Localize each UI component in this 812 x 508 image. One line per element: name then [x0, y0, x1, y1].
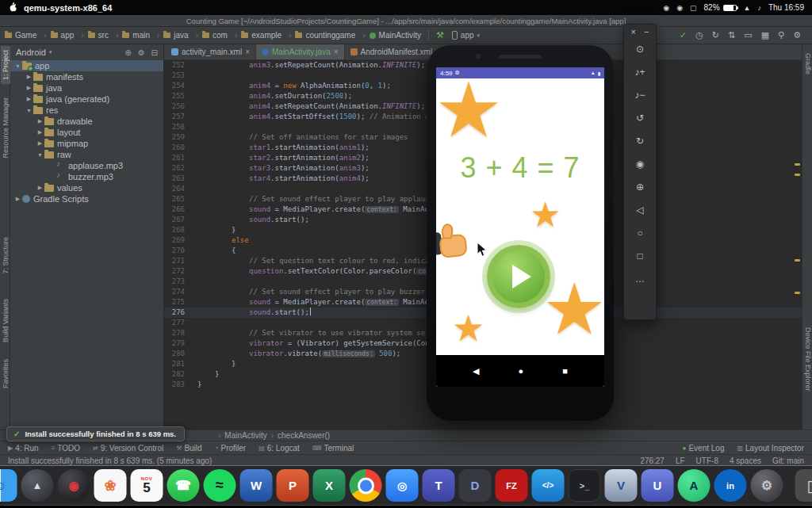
sync-icon[interactable]: ↻	[712, 30, 719, 40]
dock-icon[interactable]: D	[459, 469, 492, 502]
volume-down-button[interactable]: ♪−	[624, 84, 656, 107]
status-item[interactable]: 4 spaces	[730, 456, 761, 465]
dock-icon[interactable]: X	[313, 469, 346, 502]
tree-item[interactable]: ▶ layout	[10, 127, 163, 138]
tool-event-log[interactable]: ● Event Log	[683, 444, 725, 453]
status-item[interactable]: Git: main	[772, 456, 804, 465]
volume-icon[interactable]: ♪	[757, 4, 761, 12]
status-item[interactable]: LF	[676, 456, 685, 465]
breadcrumb-item[interactable]: com	[202, 31, 241, 40]
expand-arrow-icon[interactable]: ▶	[25, 96, 33, 102]
breadcrumb-item[interactable]: Game	[5, 31, 51, 40]
error-stripe-mark[interactable]	[795, 259, 800, 262]
expand-arrow-icon[interactable]: ▶	[25, 74, 33, 80]
back-button[interactable]: ◁	[624, 199, 656, 222]
dock-icon[interactable]: in	[714, 469, 747, 502]
avd-manager-icon[interactable]: ▦	[761, 30, 769, 40]
dock-icon[interactable]: V	[605, 469, 638, 502]
notification-toast[interactable]: ✓ Install successfully finished in 8 s 6…	[6, 426, 185, 441]
expand-arrow-icon[interactable]: ▶	[36, 140, 44, 147]
editor-tab[interactable]: activity_main.xml	[166, 44, 256, 59]
minimize-icon[interactable]: −	[644, 27, 649, 36]
close-icon[interactable]	[245, 48, 250, 56]
breadcrumb-item[interactable]: countinggame	[295, 31, 369, 40]
device-manager-icon[interactable]: ▭	[744, 30, 752, 40]
dock-icon[interactable]: ❀	[94, 469, 127, 502]
dock-icon[interactable]: >_	[569, 469, 601, 502]
build-hammer-icon[interactable]: ⚒	[436, 30, 444, 40]
close-icon[interactable]: ×	[631, 27, 636, 36]
expand-arrow-icon[interactable]: ▶	[36, 185, 44, 191]
dock-icon[interactable]: ⚙	[751, 469, 783, 502]
volume-up-button[interactable]: ♪+	[624, 61, 656, 84]
tool-profiler[interactable]: ◔ Profiler	[215, 444, 247, 453]
overview-button[interactable]: □	[624, 245, 656, 268]
dock-icon[interactable]	[350, 469, 382, 502]
tool-logcat[interactable]: ▤ 6: Logcat	[259, 444, 300, 453]
search-icon[interactable]: ⚲	[778, 30, 784, 40]
dock-icon[interactable]: ◎	[386, 469, 419, 502]
settings-icon[interactable]: ⚙	[138, 48, 145, 57]
error-stripe-mark[interactable]	[795, 292, 800, 294]
tool-todo[interactable]: ≡ TODO	[52, 444, 80, 453]
tree-item[interactable]: ▶ values	[10, 182, 163, 193]
dock-icon[interactable]: ◉	[58, 469, 90, 502]
locate-file-icon[interactable]: ⊕	[124, 48, 131, 57]
tree-item[interactable]: ▶ drawable	[10, 116, 163, 127]
expand-arrow-icon[interactable]: ▶	[36, 118, 44, 124]
dock-icon[interactable]: FZ	[496, 469, 528, 502]
commit-check-icon[interactable]: ✓	[680, 30, 687, 40]
tool-window-button[interactable]: 1: Project	[1, 46, 10, 84]
breadcrumb-item[interactable]: MainActivity	[214, 431, 267, 440]
home-button[interactable]: ●	[519, 366, 524, 376]
history-icon[interactable]: ◷	[695, 30, 703, 40]
error-stripe-mark[interactable]	[795, 174, 800, 176]
expand-arrow-icon[interactable]: ▶	[13, 196, 22, 202]
expand-arrow-icon[interactable]: ▶	[25, 85, 33, 91]
collapse-panel-icon[interactable]: ⊟	[151, 48, 158, 57]
tree-item[interactable]: buzzer.mp3	[10, 171, 163, 182]
tool-window-button[interactable]: Build Variants	[1, 295, 10, 346]
breadcrumb-item[interactable]: java	[163, 31, 202, 40]
dock-icon[interactable]: A	[678, 469, 710, 502]
back-button[interactable]: ◀	[473, 366, 479, 376]
expand-arrow-icon[interactable]: ▶	[36, 129, 44, 136]
tool-terminal[interactable]: ⌨ Terminal	[312, 444, 354, 453]
breadcrumb-item[interactable]: checkAnswer()	[267, 431, 330, 440]
breadcrumb-item[interactable]: app	[51, 31, 88, 40]
tool-layout-inspector[interactable]: ▥ Layout Inspector	[737, 444, 805, 453]
dock-icon[interactable]: ▯	[795, 469, 812, 502]
home-button[interactable]: ○	[624, 222, 656, 245]
breadcrumb-item[interactable]: MainActivity	[370, 31, 421, 40]
apple-menu-icon[interactable]	[8, 2, 17, 13]
tree-item[interactable]: ▶ Gradle Scripts	[10, 193, 163, 204]
expand-arrow-icon[interactable]: ▼	[25, 108, 33, 113]
status-item[interactable]: 276:27	[640, 456, 665, 465]
tree-item[interactable]: ▶ mipmap	[10, 138, 163, 149]
zoom-button[interactable]: ⊕	[624, 176, 656, 199]
expand-arrow-icon[interactable]: ▼	[36, 152, 44, 158]
tool-window-button[interactable]: Gradle	[803, 49, 812, 78]
tree-item[interactable]: ▼ res	[10, 105, 163, 116]
error-stripe-mark[interactable]	[795, 163, 800, 166]
wifi-icon[interactable]: ▲	[744, 4, 751, 12]
dock-icon[interactable]: ▲	[21, 469, 54, 502]
dock-icon[interactable]: U	[642, 469, 674, 502]
power-button[interactable]: ⊙	[624, 38, 656, 61]
tool-run[interactable]: ▶ 4: Run	[8, 444, 39, 453]
dock-icon[interactable]: T	[423, 469, 455, 502]
menu-clock[interactable]: Thu 16:59	[768, 3, 804, 12]
tree-item[interactable]: ▶ manifests	[10, 71, 163, 82]
tree-item[interactable]: ▼ raw	[10, 149, 163, 160]
rotate-left-button[interactable]: ↺	[624, 107, 656, 130]
camera-indicator-icon[interactable]: ◉	[676, 4, 683, 12]
battery-status[interactable]: 82%	[704, 3, 737, 12]
breadcrumb-item[interactable]: example	[241, 31, 295, 40]
tree-item[interactable]: ▶ java	[10, 82, 163, 94]
breadcrumb-item[interactable]: main	[122, 31, 163, 40]
tool-build[interactable]: ⚒ Build	[176, 444, 201, 453]
active-app-name[interactable]: qemu-system-x86_64	[24, 3, 112, 13]
breadcrumb-item[interactable]: src	[88, 31, 123, 40]
status-item[interactable]: UTF-8	[696, 456, 718, 465]
close-icon[interactable]	[334, 48, 339, 56]
